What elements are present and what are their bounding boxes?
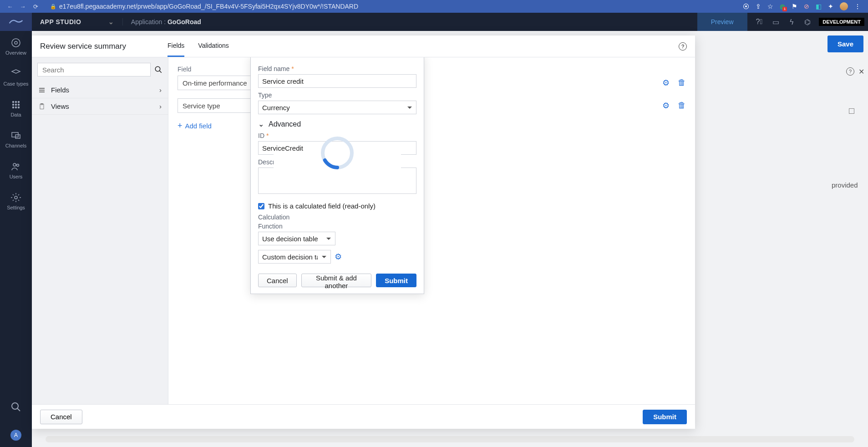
svg-rect-12: [15, 135, 20, 138]
help-icon[interactable]: ?⃝: [756, 18, 763, 26]
chevron-right-icon: ›: [159, 86, 162, 94]
rail-channels[interactable]: Channels: [5, 128, 26, 150]
gear-icon[interactable]: ⚙: [335, 252, 342, 262]
svg-point-0: [12, 39, 20, 47]
tab-fields[interactable]: Fields: [168, 36, 184, 57]
rail-users[interactable]: Users: [10, 159, 23, 181]
truncated-text: provided: [832, 181, 868, 189]
share-icon[interactable]: ⇪: [756, 3, 761, 10]
function-select[interactable]: Use decision table: [258, 232, 335, 245]
field-name-label: Field name *: [258, 65, 416, 72]
nav-fields[interactable]: Fields ›: [32, 82, 168, 98]
reload-icon[interactable]: ⟳: [29, 3, 42, 10]
popover-submit-another-button[interactable]: Submit & add another: [301, 274, 371, 287]
extension-puzzle-icon[interactable]: ◧: [816, 3, 822, 10]
lock-icon: 🔒: [50, 4, 56, 10]
rail-case-types[interactable]: Case types: [3, 66, 28, 88]
location-icon[interactable]: ⦿: [743, 3, 749, 10]
preview-button[interactable]: Preview: [697, 13, 748, 31]
search-input[interactable]: [37, 63, 151, 76]
svg-point-2: [13, 102, 14, 103]
app-header: APP STUDIO ⌄ Application : GoGoRoad Prev…: [0, 13, 868, 31]
extension-ip-icon[interactable]: ◍: [780, 3, 785, 10]
modal-title: Review service summary: [40, 42, 168, 51]
svg-point-17: [155, 66, 160, 71]
horizontal-scrollbar[interactable]: [46, 436, 854, 442]
svg-point-9: [15, 107, 17, 108]
plus-icon: +: [178, 121, 183, 131]
svg-point-13: [13, 163, 16, 166]
gear-icon[interactable]: ⚙: [662, 78, 670, 88]
svg-point-16: [12, 403, 18, 409]
svg-point-5: [13, 104, 14, 106]
popover-submit-button[interactable]: Submit: [376, 274, 416, 287]
extension-block-icon[interactable]: ⊘: [804, 3, 809, 10]
svg-point-8: [13, 107, 14, 108]
function-label: Function: [258, 223, 416, 230]
svg-point-10: [18, 107, 20, 108]
studio-label: APP STUDIO: [40, 18, 81, 25]
decision-table-select[interactable]: Custom decision tabl: [258, 250, 331, 264]
nav-views[interactable]: Views ›: [32, 98, 168, 115]
fields-modal: Review service summary Fields Validation…: [32, 36, 695, 429]
application-name[interactable]: Application : GoGoRoad: [122, 18, 209, 25]
trash-icon[interactable]: 🗑: [678, 101, 686, 111]
rail-search-icon[interactable]: [10, 401, 21, 412]
tab-validations[interactable]: Validations: [198, 36, 228, 57]
chevron-down-icon: ⌄: [258, 120, 264, 128]
chat-icon[interactable]: ▭: [772, 18, 779, 26]
modal-cancel-button[interactable]: Cancel: [40, 410, 82, 424]
extension-flag-icon[interactable]: ⚑: [792, 3, 797, 10]
trash-icon[interactable]: 🗑: [678, 78, 686, 88]
hierarchy-icon[interactable]: ⌬: [804, 18, 811, 26]
modal-help-icon[interactable]: ?: [679, 42, 687, 51]
environment-badge: DEVELOPMENT: [819, 18, 864, 26]
loading-spinner: [319, 135, 355, 173]
advanced-toggle[interactable]: ⌄ Advanced: [258, 120, 416, 128]
svg-point-14: [16, 164, 19, 167]
modal-footer: Cancel Submit: [32, 404, 695, 429]
browser-chrome: ← → ⟳ 🔒 e17eu8fl.pegaacademy.net/prweb/a…: [0, 0, 868, 13]
search-icon[interactable]: [154, 66, 162, 74]
field-name-input[interactable]: [258, 74, 416, 88]
clipboard-icon: [38, 103, 46, 110]
gear-icon[interactable]: ⚙: [662, 101, 670, 111]
star-icon[interactable]: ☆: [767, 3, 773, 10]
left-rail: Overview Case types Data Channels Users …: [0, 31, 32, 447]
svg-point-7: [18, 104, 20, 106]
modal-left-panel: Fields › Views ›: [32, 57, 168, 404]
rail-settings[interactable]: Settings: [7, 190, 25, 212]
svg-point-6: [15, 104, 17, 106]
modal-right-panel: Field ⚙ 🗑 ⚙ 🗑 + Add: [168, 57, 695, 404]
url-text[interactable]: e17eu8fl.pegaacademy.net/prweb/app/GoGoR…: [59, 3, 743, 10]
profile-avatar[interactable]: [840, 2, 848, 10]
field-value-input[interactable]: [178, 98, 259, 113]
calculated-checkbox[interactable]: [258, 203, 264, 209]
rail-avatar[interactable]: A: [10, 430, 21, 441]
svg-point-3: [15, 102, 17, 103]
calculation-label: Calculation: [258, 213, 416, 221]
rail-overview[interactable]: Overview: [5, 36, 26, 57]
browser-extensions: ⦿ ⇪ ☆ ◍ ⚑ ⊘ ◧ ✦ ⋮: [743, 2, 864, 10]
svg-point-4: [18, 102, 20, 103]
chevron-right-icon: ›: [159, 102, 162, 110]
type-select[interactable]: Currency: [258, 101, 416, 114]
popover-cancel-button[interactable]: Cancel: [258, 274, 297, 287]
svg-point-15: [15, 196, 17, 199]
forward-icon[interactable]: →: [16, 3, 29, 10]
field-config-popover: Field name * Type Currency ⌄ Advanced ID…: [250, 57, 424, 294]
field-value-input[interactable]: [178, 76, 259, 90]
save-button[interactable]: Save: [827, 36, 863, 52]
chevron-down-icon: ⌄: [108, 18, 114, 25]
menu-icon[interactable]: ⋮: [854, 3, 861, 10]
extensions-icon[interactable]: ✦: [828, 3, 833, 10]
calculated-label: This is a calculated field (read-only): [268, 202, 376, 210]
modal-submit-button[interactable]: Submit: [643, 410, 687, 424]
pega-logo[interactable]: [0, 13, 32, 31]
back-icon[interactable]: ←: [4, 3, 16, 10]
type-label: Type: [258, 91, 416, 99]
bolt-icon[interactable]: ϟ: [789, 18, 794, 26]
rail-data[interactable]: Data: [10, 97, 21, 119]
svg-point-1: [15, 41, 17, 44]
studio-switcher[interactable]: APP STUDIO ⌄: [32, 18, 122, 25]
